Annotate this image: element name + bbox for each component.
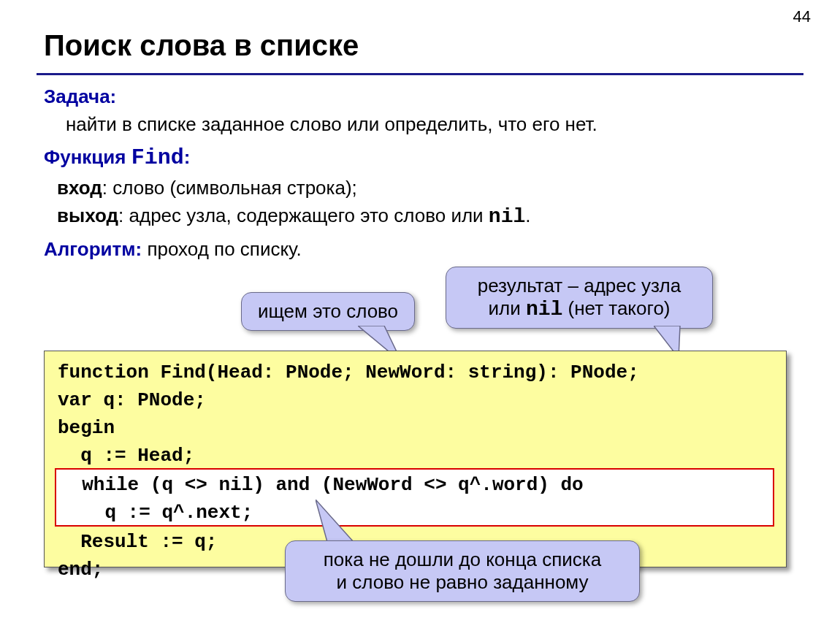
- callout-result-suf: (нет такого): [562, 297, 670, 319]
- page-title: Поиск слова в списке: [44, 29, 359, 62]
- output-suffix: .: [525, 204, 530, 226]
- callout-while-tail: [316, 500, 367, 543]
- code-line-2: var q: PNode;: [58, 389, 206, 411]
- func-label-prefix: Функция: [44, 146, 131, 168]
- output-nil: nil: [489, 205, 525, 228]
- code-line-8: end;: [58, 559, 103, 581]
- code-text-top: function Find(Head: PNode; NewWord: stri…: [58, 359, 639, 470]
- callout-result-line1: результат – адрес узла: [462, 275, 696, 297]
- algo-label: Алгоритм:: [44, 238, 142, 260]
- body-text: Задача: найти в списке заданное слово ил…: [44, 83, 796, 264]
- slide: 44 Поиск слова в списке Задача: найти в …: [0, 0, 840, 631]
- code-highlight-box: while (q <> nil) and (NewWord <> q^.word…: [55, 468, 774, 527]
- output-label: выход: [57, 204, 118, 226]
- svg-marker-2: [316, 500, 354, 542]
- code-line-6: q := q^.next;: [59, 502, 253, 524]
- callout-while-line2: и слово не равно заданному: [302, 571, 623, 594]
- task-label: Задача:: [44, 85, 116, 107]
- page-number: 44: [793, 7, 811, 26]
- code-line-4: q := Head;: [58, 445, 194, 467]
- task-text: найти в списке заданное слово или опреде…: [66, 111, 796, 139]
- code-line-1: function Find(Head: PNode; NewWord: stri…: [58, 362, 639, 383]
- callout-newword-text: ищем это слово: [258, 300, 398, 322]
- code-line-3: begin: [58, 417, 115, 439]
- callout-result: результат – адрес узла или nil (нет тако…: [446, 267, 713, 329]
- func-label-suffix: :: [184, 146, 191, 168]
- code-line-7: Result := q;: [58, 531, 217, 553]
- code-line-5: while (q <> nil) and (NewWord <> q^.word…: [59, 474, 584, 496]
- code-text-bottom: Result := q; end;: [58, 528, 217, 584]
- callout-while: пока не дошли до конца списка и слово не…: [285, 540, 640, 602]
- func-name: Find: [131, 145, 184, 170]
- callout-result-pref: или: [488, 297, 525, 319]
- algo-text: проход по списку.: [142, 238, 302, 260]
- output-prefix: : адрес узла, содержащего это слово или: [118, 204, 489, 226]
- code-block: function Find(Head: PNode; NewWord: stri…: [44, 351, 787, 567]
- input-text: : слово (символьная строка);: [102, 177, 357, 199]
- callout-result-nil: nil: [526, 298, 562, 321]
- title-divider: [37, 73, 803, 75]
- callout-while-line1: пока не дошли до конца списка: [302, 548, 623, 571]
- input-label: вход: [57, 177, 102, 199]
